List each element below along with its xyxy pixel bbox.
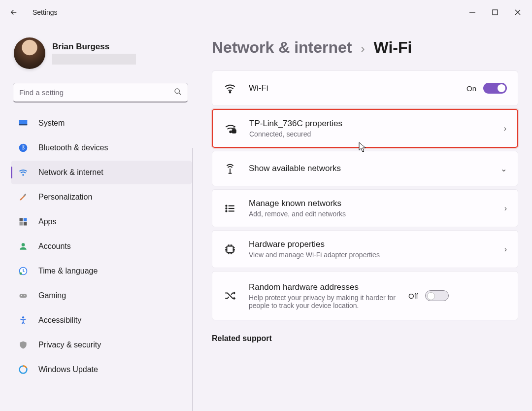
random-mac-toggle[interactable] <box>425 290 449 301</box>
svg-point-17 <box>20 273 22 275</box>
update-icon <box>18 364 29 375</box>
svg-point-26 <box>226 205 227 206</box>
scrollbar[interactable] <box>192 148 193 411</box>
card-available-networks[interactable]: Show available networks ⌄ <box>212 151 518 186</box>
profile-name: Brian Burgess <box>52 42 136 52</box>
sidebar-item-label: Privacy & security <box>38 341 101 349</box>
breadcrumb: Network & internet › Wi-Fi <box>212 38 518 57</box>
window-title: Settings <box>33 8 58 16</box>
wifi-toggle[interactable] <box>483 83 507 94</box>
sidebar-item-label: Gaming <box>38 291 66 300</box>
back-button[interactable] <box>3 1 25 23</box>
sidebar-item-gaming[interactable]: Gaming <box>11 284 192 308</box>
sidebar-item-label: System <box>38 119 65 128</box>
accessibility-icon <box>18 315 29 326</box>
card-title: Manage known networks <box>249 199 493 208</box>
toggle-label: Off <box>408 292 418 300</box>
svg-rect-14 <box>24 222 27 226</box>
svg-line-5 <box>179 93 181 95</box>
avatar <box>14 37 45 69</box>
sidebar-item-label: Accessibility <box>38 316 81 325</box>
nav: System Bluetooth & devices Network & int… <box>11 111 192 381</box>
card-network-properties[interactable]: TP-Link_736C properties Connected, secur… <box>212 109 518 148</box>
chip-icon <box>223 242 237 256</box>
minimize-button[interactable] <box>461 3 484 21</box>
card-subtitle: Add, remove, and edit networks <box>249 210 493 218</box>
related-support-heading: Related support <box>212 334 518 343</box>
window-controls <box>461 3 529 21</box>
svg-rect-32 <box>227 246 233 252</box>
gamepad-icon <box>18 290 29 301</box>
sidebar-item-network[interactable]: Network & internet <box>11 161 192 184</box>
wifi-icon <box>223 81 237 95</box>
sidebar-item-label: Bluetooth & devices <box>38 143 108 152</box>
svg-rect-1 <box>493 10 498 15</box>
svg-point-30 <box>226 210 227 211</box>
wifi-secured-icon <box>224 122 237 136</box>
card-title: Wi-Fi <box>249 83 455 93</box>
main-content: Network & internet › Wi-Fi Wi-Fi On <box>197 25 532 411</box>
svg-point-20 <box>24 295 25 296</box>
person-icon <box>18 241 29 252</box>
close-button[interactable] <box>506 3 529 21</box>
svg-point-19 <box>21 295 22 296</box>
search-placeholder: Find a setting <box>19 88 64 97</box>
wifi-icon <box>18 167 29 178</box>
chevron-right-icon: › <box>504 204 507 213</box>
sidebar-item-label: Windows Update <box>38 365 98 374</box>
card-subtitle: Connected, secured <box>249 130 492 138</box>
chevron-right-icon: › <box>504 245 507 254</box>
sidebar-item-time[interactable]: Time & language <box>11 259 192 283</box>
svg-point-4 <box>175 89 179 93</box>
sidebar-item-system[interactable]: System <box>11 111 192 135</box>
search-input[interactable]: Find a setting <box>13 83 188 103</box>
sidebar-item-label: Accounts <box>38 242 71 251</box>
svg-point-9 <box>22 174 24 176</box>
svg-point-21 <box>22 316 24 318</box>
paintbrush-icon <box>18 192 29 203</box>
bluetooth-icon <box>18 142 29 153</box>
titlebar: Settings <box>0 0 532 25</box>
monitor-icon <box>18 118 29 129</box>
search-icon <box>174 88 182 97</box>
svg-rect-12 <box>24 218 27 222</box>
sidebar-item-bluetooth[interactable]: Bluetooth & devices <box>11 136 192 160</box>
toggle-label: On <box>466 84 476 93</box>
sidebar-item-label: Apps <box>38 217 56 226</box>
sidebar-item-privacy[interactable]: Privacy & security <box>11 333 192 357</box>
card-title: Random hardware addresses <box>249 282 397 292</box>
apps-icon <box>18 216 29 227</box>
card-title: TP-Link_736C properties <box>249 119 492 129</box>
sidebar-item-personalization[interactable]: Personalization <box>11 185 192 209</box>
svg-rect-13 <box>20 222 23 226</box>
breadcrumb-parent[interactable]: Network & internet <box>212 38 352 57</box>
sidebar: Brian Burgess Find a setting System Bl <box>0 25 197 411</box>
breadcrumb-current: Wi-Fi <box>373 38 412 57</box>
list-icon <box>223 202 237 215</box>
chevron-down-icon: ⌄ <box>500 164 507 173</box>
card-random-mac: Random hardware addresses Help protect y… <box>212 271 518 320</box>
shuffle-icon <box>223 289 237 303</box>
chevron-right-icon: › <box>361 42 365 56</box>
sidebar-item-label: Time & language <box>38 267 98 275</box>
card-known-networks[interactable]: Manage known networks Add, remove, and e… <box>212 189 518 227</box>
card-title: Hardware properties <box>249 240 493 249</box>
sidebar-item-accessibility[interactable]: Accessibility <box>11 308 192 332</box>
svg-point-24 <box>230 131 231 132</box>
clock-icon <box>18 266 29 276</box>
sidebar-item-update[interactable]: Windows Update <box>11 358 192 381</box>
shield-icon <box>18 340 29 350</box>
sidebar-item-label: Network & internet <box>38 168 103 177</box>
svg-point-15 <box>22 243 25 246</box>
card-hardware-properties[interactable]: Hardware properties View and manage Wi-F… <box>212 230 518 268</box>
svg-point-23 <box>230 92 231 93</box>
maximize-button[interactable] <box>484 3 506 21</box>
svg-point-28 <box>226 207 227 208</box>
svg-rect-18 <box>20 294 27 298</box>
profile-block[interactable]: Brian Burgess <box>11 34 192 80</box>
sidebar-item-accounts[interactable]: Accounts <box>11 235 192 258</box>
antenna-icon <box>223 162 237 175</box>
profile-email-redacted <box>52 54 136 65</box>
sidebar-item-apps[interactable]: Apps <box>11 210 192 234</box>
svg-rect-7 <box>19 125 28 126</box>
